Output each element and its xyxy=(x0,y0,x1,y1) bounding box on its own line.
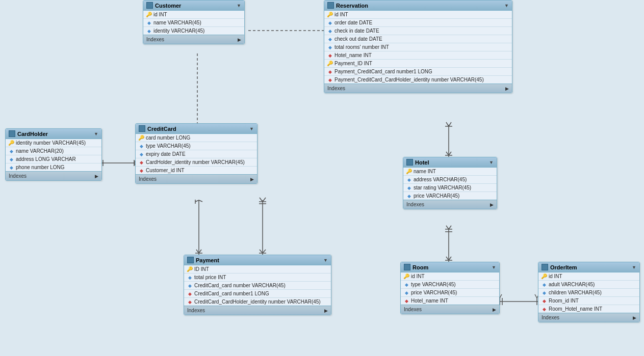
table-row: 🔑 ID INT xyxy=(184,265,331,273)
field-name: name VARCHAR(45) xyxy=(153,20,201,25)
table-row: 🔑 card number LONG xyxy=(136,134,257,142)
footer-arrow-icon: ▶ xyxy=(633,315,636,320)
table-row: 🔑 id INT xyxy=(538,272,639,281)
field-name: order date DATE xyxy=(334,20,372,25)
table-row: ◆ Room_id INT xyxy=(538,297,639,305)
table-row: 🔑 name INT xyxy=(403,168,497,176)
svg-line-45 xyxy=(500,294,502,298)
room-table-footer[interactable]: Indexes ▶ xyxy=(401,305,499,314)
field-name: identity VARCHAR(45) xyxy=(153,28,204,34)
indexes-label: Indexes xyxy=(406,202,424,207)
svg-line-40 xyxy=(449,257,451,260)
payment-table[interactable]: Payment ▼ 🔑 ID INT ◆ total price INT ◆ C… xyxy=(184,255,331,315)
diamond-blue-icon: ◆ xyxy=(406,194,411,199)
room-table-body: 🔑 id INT ◆ type VARCHAR(45) ◆ price VARC… xyxy=(401,272,499,305)
svg-line-9 xyxy=(195,200,199,202)
cardholder-table-icon xyxy=(9,130,15,137)
indexes-label: Indexes xyxy=(327,86,345,91)
field-name: Customer_id INT xyxy=(146,168,185,173)
field-name: id INT xyxy=(334,12,348,17)
footer-arrow-icon: ▶ xyxy=(250,177,254,182)
orderitem-table-title: OrderItem xyxy=(550,264,577,270)
table-row: ◆ total price INT xyxy=(184,273,331,282)
diamond-blue-icon: ◆ xyxy=(139,152,144,157)
table-row: ◆ total rooms' number INT xyxy=(324,43,512,51)
table-row: ◆ type VARCHAR(45) xyxy=(401,281,499,289)
table-row: ◆ phone number LONG xyxy=(6,163,101,171)
diamond-red-icon: ◆ xyxy=(404,298,409,304)
diamond-blue-icon: ◆ xyxy=(327,45,332,50)
hotel-table[interactable]: Hotel ▼ 🔑 name INT ◆ address VARCHAR(45)… xyxy=(403,157,497,209)
creditcard-table-footer[interactable]: Indexes ▶ xyxy=(136,174,257,183)
field-name: name INT xyxy=(414,169,436,174)
field-name: children VARCHAR(45) xyxy=(549,290,602,295)
reservation-table[interactable]: Reservation ▼ 🔑 id INT ◆ order date DATE… xyxy=(324,0,512,93)
field-name: check out date DATE xyxy=(334,36,382,42)
table-row: ◆ address LONG VARCHAR xyxy=(6,155,101,163)
field-name: Room_Hotel_name INT xyxy=(549,306,602,312)
cardholder-dropdown-arrow[interactable]: ▼ xyxy=(94,131,98,136)
creditcard-table-title: CreditCard xyxy=(147,126,176,132)
field-name: id INT xyxy=(153,12,167,17)
footer-arrow-icon: ▶ xyxy=(493,307,496,312)
cardholder-table[interactable]: CardHolder ▼ 🔑 identity number VARCHAR(4… xyxy=(5,128,102,181)
diamond-blue-icon: ◆ xyxy=(404,282,409,287)
table-row: ◆ Hotel_name INT xyxy=(324,51,512,60)
field-name: total rooms' number INT xyxy=(334,44,389,50)
svg-line-23 xyxy=(260,250,263,253)
customer-table[interactable]: Customer ▼ 🔑 id INT ◆ name VARCHAR(45) ◆… xyxy=(143,0,245,44)
orderitem-table[interactable]: OrderItem ▼ 🔑 id INT ◆ adult VARCHAR(45)… xyxy=(538,262,640,322)
diamond-blue-icon: ◆ xyxy=(327,20,332,25)
svg-line-10 xyxy=(199,200,202,202)
creditcard-table[interactable]: CreditCard ▼ 🔑 card number LONG ◆ type V… xyxy=(135,123,257,184)
field-name: id INT xyxy=(411,273,425,279)
table-row: ◆ adult VARCHAR(45) xyxy=(538,281,639,289)
orderitem-dropdown-arrow[interactable]: ▼ xyxy=(632,265,636,270)
field-name: address VARCHAR(45) xyxy=(414,177,467,182)
orderitem-table-footer[interactable]: Indexes ▶ xyxy=(538,313,639,322)
svg-line-14 xyxy=(196,250,199,253)
diamond-red-icon: ◆ xyxy=(327,69,332,74)
hotel-dropdown-arrow[interactable]: ▼ xyxy=(489,160,494,165)
svg-line-28 xyxy=(449,122,451,126)
reservation-table-body: 🔑 id INT ◆ order date DATE ◆ check in da… xyxy=(324,11,512,84)
footer-arrow-icon: ▶ xyxy=(324,308,328,313)
table-row: ◆ check in date DATE xyxy=(324,27,512,35)
room-dropdown-arrow[interactable]: ▼ xyxy=(492,265,496,270)
customer-dropdown-arrow[interactable]: ▼ xyxy=(237,3,241,8)
svg-line-36 xyxy=(446,226,449,229)
diamond-blue-icon: ◆ xyxy=(9,157,14,162)
payment-table-footer[interactable]: Indexes ▶ xyxy=(184,306,331,315)
indexes-label: Indexes xyxy=(9,173,27,179)
footer-arrow-icon: ▶ xyxy=(238,37,241,42)
table-row: ◆ Payment_CreditCard_card number1 LONG xyxy=(324,68,512,76)
creditcard-dropdown-arrow[interactable]: ▼ xyxy=(249,126,254,131)
key-icon: 🔑 xyxy=(406,169,411,174)
table-row: ◆ CardHolder_identity number VARCHAR(45) xyxy=(136,158,257,167)
table-row: 🔑 id INT xyxy=(324,11,512,19)
payment-table-body: 🔑 ID INT ◆ total price INT ◆ CreditCard_… xyxy=(184,265,331,306)
payment-dropdown-arrow[interactable]: ▼ xyxy=(323,258,328,263)
customer-table-icon xyxy=(146,2,153,9)
table-row: ◆ Payment_CreditCard_CardHolder_identity… xyxy=(324,76,512,84)
creditcard-table-header: CreditCard ▼ xyxy=(136,124,257,134)
room-table[interactable]: Room ▼ 🔑 id INT ◆ type VARCHAR(45) ◆ pri… xyxy=(400,262,500,314)
indexes-label: Indexes xyxy=(404,307,422,312)
field-name: CreditCard_CardHolder_identity number VA… xyxy=(194,299,321,305)
field-name: CreditCard_card number VARCHAR(45) xyxy=(194,283,286,288)
field-name: ID INT xyxy=(194,266,209,272)
table-row: ◆ check out date DATE xyxy=(324,35,512,43)
customer-table-footer[interactable]: Indexes ▶ xyxy=(143,35,244,44)
reservation-dropdown-arrow[interactable]: ▼ xyxy=(504,3,509,8)
cardholder-table-footer[interactable]: Indexes ▶ xyxy=(6,171,101,180)
field-name: type VARCHAR(45) xyxy=(411,282,456,287)
table-row: ◆ Customer_id INT xyxy=(136,167,257,174)
reservation-table-footer[interactable]: Indexes ▶ xyxy=(324,84,512,93)
table-row: ◆ name VARCHAR(20) xyxy=(6,147,101,155)
cardholder-table-header: CardHolder ▼ xyxy=(6,129,101,139)
field-name: adult VARCHAR(45) xyxy=(549,282,595,287)
key-icon: 🔑 xyxy=(187,267,192,272)
table-row: 🔑 id INT xyxy=(143,11,244,19)
key-icon: 🔑 xyxy=(327,61,332,66)
hotel-table-footer[interactable]: Indexes ▶ xyxy=(403,200,497,209)
